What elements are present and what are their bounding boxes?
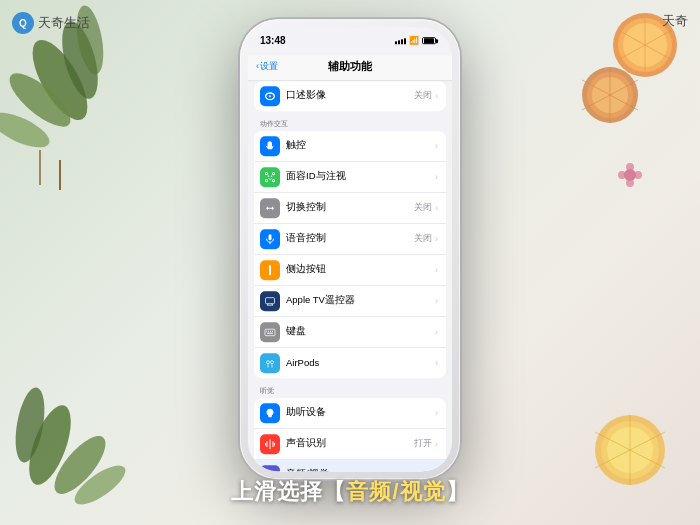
nav-bar: ‹ 设置 辅助功能 [248,55,452,81]
hearing-device-icon [260,403,280,423]
section-motion: 动作交互 触控 › [248,113,452,378]
list-item-keyboard[interactable]: 键盘 › [254,317,446,348]
kousu-icon [260,86,280,106]
kousu-chevron: › [435,91,438,101]
list-item-sound-recognition[interactable]: 声音识别 打开 › [254,429,446,460]
section-group-0: 口述影像 关闭 › [254,81,446,111]
phone-screen: 13:48 📶 ‹ 设 [248,27,452,471]
svg-rect-53 [267,332,273,333]
section-0: 口述影像 关闭 › [248,81,452,111]
audio-visual-chevron: › [435,470,438,471]
audio-visual-icon [260,465,280,471]
bottom-text: 上滑选择【音频/视觉】 [0,477,700,507]
list-item-kousu[interactable]: 口述影像 关闭 › [254,81,446,111]
sound-recognition-value: 打开 [414,438,432,450]
svg-point-37 [269,95,271,97]
faceid-label: 面容ID与注视 [286,170,435,183]
svg-rect-52 [272,330,273,331]
svg-rect-49 [266,330,267,331]
sidebutton-label: 侧边按钮 [286,263,435,276]
svg-rect-48 [265,329,275,336]
section-group-motion: 触控 › [254,131,446,378]
bottom-text-suffix: 】 [446,479,469,504]
svg-point-56 [271,360,274,363]
sound-recognition-label: 声音识别 [286,437,414,450]
section-group-hearing: 助听设备 › 声音识别 打开 › [254,398,446,471]
section-hearing: 听觉 助听设备 › [248,380,452,471]
hearing-device-chevron: › [435,408,438,418]
bottom-text-prefix: 上滑选择【 [231,479,346,504]
status-time: 13:48 [260,35,286,46]
watermark-top-right: 天奇 [662,12,688,30]
svg-point-42 [268,175,270,177]
airpods-label: AirPods [286,357,435,368]
sound-recognition-chevron: › [435,439,438,449]
list-item-appletv[interactable]: Apple TV遥控器 › [254,286,446,317]
voice-value: 关闭 [414,233,432,245]
sound-recognition-icon [260,434,280,454]
svg-rect-47 [266,297,275,303]
section-hearing-label: 听觉 [248,380,452,398]
svg-rect-46 [269,265,271,275]
settings-list: 口述影像 关闭 › 动作交互 [248,81,452,471]
voice-icon [260,229,280,249]
kousu-value: 关闭 [414,90,432,102]
phone: 13:48 📶 ‹ 设 [240,19,460,479]
back-label: 设置 [260,60,278,73]
kousu-label: 口述影像 [286,89,414,102]
sidebutton-icon [260,260,280,280]
svg-rect-50 [268,330,269,331]
sidebutton-chevron: › [435,265,438,275]
list-item-switch[interactable]: 切换控制 关闭 › [254,193,446,224]
phone-outer: 13:48 📶 ‹ 设 [240,19,460,479]
list-item-faceid[interactable]: 面容ID与注视 › [254,162,446,193]
bottom-overlay: 上滑选择【音频/视觉】 [0,477,700,507]
watermark-tr-text: 天奇 [662,13,688,28]
switch-chevron: › [435,203,438,213]
section-motion-label: 动作交互 [248,113,452,131]
list-item-airpods[interactable]: AirPods › [254,348,446,378]
touch-label: 触控 [286,139,435,152]
watermark-tl-text: 天奇生活 [38,14,90,32]
touch-icon [260,136,280,156]
svg-rect-40 [266,179,268,181]
appletv-chevron: › [435,296,438,306]
list-item-touch[interactable]: 触控 › [254,131,446,162]
keyboard-label: 键盘 [286,325,435,338]
airpods-chevron: › [435,358,438,368]
switch-label: 切换控制 [286,201,414,214]
chevron-left-icon: ‹ [256,61,259,71]
appletv-icon [260,291,280,311]
battery-icon [422,37,436,44]
svg-rect-51 [270,330,271,331]
switch-value: 关闭 [414,202,432,214]
faceid-chevron: › [435,172,438,182]
list-item-audio-visual[interactable]: 音频/视觉 › [254,460,446,471]
audio-visual-label: 音频/视觉 [286,468,435,470]
keyboard-icon [260,322,280,342]
appletv-label: Apple TV遥控器 [286,294,435,307]
voice-chevron: › [435,234,438,244]
svg-rect-39 [273,172,275,174]
svg-rect-41 [273,179,275,181]
touch-chevron: › [435,141,438,151]
list-item-hearing-device[interactable]: 助听设备 › [254,398,446,429]
nav-title: 辅助功能 [328,59,372,74]
voice-label: 语音控制 [286,232,414,245]
keyboard-chevron: › [435,327,438,337]
svg-rect-38 [266,172,268,174]
svg-point-54 [267,360,270,363]
list-item-voice[interactable]: 语音控制 关闭 › [254,224,446,255]
logo-icon: Q [12,12,34,34]
back-button[interactable]: ‹ 设置 [256,60,278,73]
status-bar: 13:48 📶 [248,27,452,55]
svg-rect-44 [269,234,272,240]
svg-point-43 [271,175,273,177]
switch-icon [260,198,280,218]
bottom-text-highlight: 音频/视觉 [346,479,445,504]
signal-icon [395,38,406,44]
faceid-icon [260,167,280,187]
hearing-device-label: 助听设备 [286,406,435,419]
airpods-icon [260,353,280,373]
list-item-sidebutton[interactable]: 侧边按钮 › [254,255,446,286]
